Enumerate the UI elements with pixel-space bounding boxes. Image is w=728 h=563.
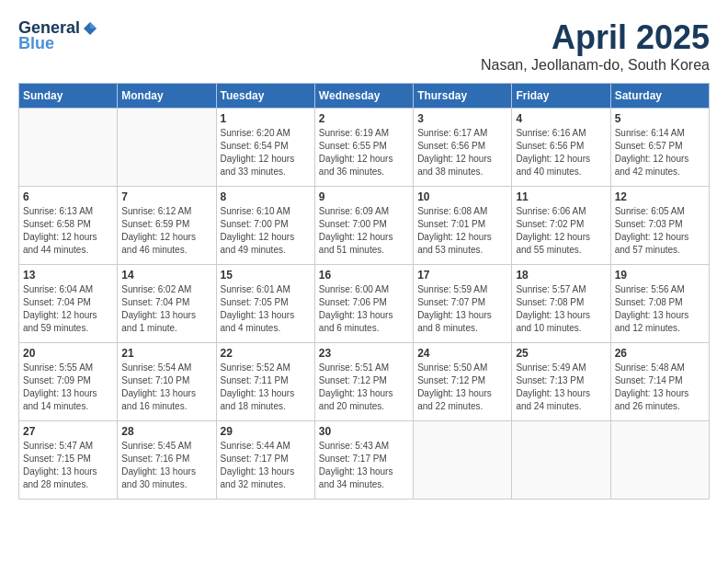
day-number: 22 xyxy=(221,347,311,360)
day-info: Sunrise: 6:06 AM Sunset: 7:02 PM Dayligh… xyxy=(516,205,606,257)
day-number: 14 xyxy=(121,269,211,282)
day-number: 6 xyxy=(23,190,113,203)
day-number: 24 xyxy=(417,347,507,360)
calendar-cell: 4Sunrise: 6:16 AM Sunset: 6:56 PM Daylig… xyxy=(512,109,610,187)
day-number: 7 xyxy=(121,190,211,203)
day-info: Sunrise: 6:10 AM Sunset: 7:00 PM Dayligh… xyxy=(221,205,311,257)
calendar-cell: 8Sunrise: 6:10 AM Sunset: 7:00 PM Daylig… xyxy=(216,187,314,265)
calendar-table: SundayMondayTuesdayWednesdayThursdayFrid… xyxy=(18,83,710,500)
calendar-cell: 9Sunrise: 6:09 AM Sunset: 7:00 PM Daylig… xyxy=(314,187,413,265)
day-info: Sunrise: 6:16 AM Sunset: 6:56 PM Dayligh… xyxy=(516,127,606,178)
title-section: April 2025 Nasan, Jeollanam-do, South Ko… xyxy=(481,18,710,74)
calendar-cell: 12Sunrise: 6:05 AM Sunset: 7:03 PM Dayli… xyxy=(610,187,709,265)
calendar-cell xyxy=(19,109,118,187)
calendar-cell: 28Sunrise: 5:45 AM Sunset: 7:16 PM Dayli… xyxy=(118,421,216,500)
calendar-cell xyxy=(512,421,610,500)
logo: General Blue xyxy=(18,18,98,53)
day-number: 30 xyxy=(319,425,409,438)
day-number: 10 xyxy=(417,190,507,203)
day-number: 4 xyxy=(516,112,606,125)
day-number: 23 xyxy=(319,347,409,360)
day-info: Sunrise: 6:01 AM Sunset: 7:05 PM Dayligh… xyxy=(221,283,311,335)
day-number: 3 xyxy=(417,112,507,125)
day-number: 5 xyxy=(615,112,705,125)
week-row-1: 1Sunrise: 6:20 AM Sunset: 6:54 PM Daylig… xyxy=(19,109,710,187)
weekday-header-row: SundayMondayTuesdayWednesdayThursdayFrid… xyxy=(19,84,710,109)
day-info: Sunrise: 5:45 AM Sunset: 7:16 PM Dayligh… xyxy=(121,440,211,491)
calendar-cell: 2Sunrise: 6:19 AM Sunset: 6:55 PM Daylig… xyxy=(314,109,413,187)
calendar-cell: 7Sunrise: 6:12 AM Sunset: 6:59 PM Daylig… xyxy=(118,187,216,265)
week-row-5: 27Sunrise: 5:47 AM Sunset: 7:15 PM Dayli… xyxy=(19,421,710,500)
calendar-cell: 24Sunrise: 5:50 AM Sunset: 7:12 PM Dayli… xyxy=(414,343,512,421)
day-info: Sunrise: 6:20 AM Sunset: 6:54 PM Dayligh… xyxy=(221,127,311,178)
day-info: Sunrise: 6:02 AM Sunset: 7:04 PM Dayligh… xyxy=(121,283,211,335)
day-info: Sunrise: 6:19 AM Sunset: 6:55 PM Dayligh… xyxy=(319,127,409,178)
day-number: 19 xyxy=(615,269,705,282)
weekday-header-monday: Monday xyxy=(118,84,216,109)
svg-marker-1 xyxy=(90,22,97,29)
day-info: Sunrise: 6:08 AM Sunset: 7:01 PM Dayligh… xyxy=(417,205,507,257)
day-number: 15 xyxy=(221,269,311,282)
calendar-cell xyxy=(414,421,512,500)
day-number: 21 xyxy=(121,347,211,360)
calendar-cell: 25Sunrise: 5:49 AM Sunset: 7:13 PM Dayli… xyxy=(512,343,610,421)
day-number: 2 xyxy=(319,112,409,125)
calendar-cell: 14Sunrise: 6:02 AM Sunset: 7:04 PM Dayli… xyxy=(118,265,216,343)
calendar-cell: 20Sunrise: 5:55 AM Sunset: 7:09 PM Dayli… xyxy=(19,343,118,421)
calendar-cell: 29Sunrise: 5:44 AM Sunset: 7:17 PM Dayli… xyxy=(216,421,314,500)
day-info: Sunrise: 6:09 AM Sunset: 7:00 PM Dayligh… xyxy=(319,205,409,257)
week-row-3: 13Sunrise: 6:04 AM Sunset: 7:04 PM Dayli… xyxy=(19,265,710,343)
day-number: 17 xyxy=(417,269,507,282)
day-number: 13 xyxy=(23,269,113,282)
day-info: Sunrise: 6:14 AM Sunset: 6:57 PM Dayligh… xyxy=(615,127,705,178)
day-number: 8 xyxy=(221,190,311,203)
day-info: Sunrise: 5:56 AM Sunset: 7:08 PM Dayligh… xyxy=(615,283,705,335)
day-number: 18 xyxy=(516,269,606,282)
day-number: 20 xyxy=(23,347,113,360)
calendar-cell: 13Sunrise: 6:04 AM Sunset: 7:04 PM Dayli… xyxy=(19,265,118,343)
day-info: Sunrise: 5:59 AM Sunset: 7:07 PM Dayligh… xyxy=(417,283,507,335)
weekday-header-sunday: Sunday xyxy=(19,84,118,109)
day-info: Sunrise: 5:49 AM Sunset: 7:13 PM Dayligh… xyxy=(516,362,606,413)
day-number: 1 xyxy=(221,112,311,125)
calendar-cell: 27Sunrise: 5:47 AM Sunset: 7:15 PM Dayli… xyxy=(19,421,118,500)
calendar-cell: 19Sunrise: 5:56 AM Sunset: 7:08 PM Dayli… xyxy=(610,265,709,343)
calendar-cell: 18Sunrise: 5:57 AM Sunset: 7:08 PM Dayli… xyxy=(512,265,610,343)
day-info: Sunrise: 6:12 AM Sunset: 6:59 PM Dayligh… xyxy=(121,205,211,257)
week-row-4: 20Sunrise: 5:55 AM Sunset: 7:09 PM Dayli… xyxy=(19,343,710,421)
day-info: Sunrise: 5:50 AM Sunset: 7:12 PM Dayligh… xyxy=(417,362,507,413)
day-info: Sunrise: 6:00 AM Sunset: 7:06 PM Dayligh… xyxy=(319,283,409,335)
day-info: Sunrise: 5:43 AM Sunset: 7:17 PM Dayligh… xyxy=(319,440,409,491)
day-info: Sunrise: 5:48 AM Sunset: 7:14 PM Dayligh… xyxy=(615,362,705,413)
calendar-cell: 30Sunrise: 5:43 AM Sunset: 7:17 PM Dayli… xyxy=(314,421,413,500)
calendar-cell: 16Sunrise: 6:00 AM Sunset: 7:06 PM Dayli… xyxy=(314,265,413,343)
location-title: Nasan, Jeollanam-do, South Korea xyxy=(481,57,710,74)
day-number: 29 xyxy=(221,425,311,438)
calendar-cell: 5Sunrise: 6:14 AM Sunset: 6:57 PM Daylig… xyxy=(610,109,709,187)
day-number: 27 xyxy=(23,425,113,438)
calendar-cell: 23Sunrise: 5:51 AM Sunset: 7:12 PM Dayli… xyxy=(314,343,413,421)
weekday-header-thursday: Thursday xyxy=(414,84,512,109)
day-number: 16 xyxy=(319,269,409,282)
page-header: General Blue April 2025 Nasan, Jeollanam… xyxy=(18,18,710,74)
day-info: Sunrise: 5:51 AM Sunset: 7:12 PM Dayligh… xyxy=(319,362,409,413)
day-info: Sunrise: 6:17 AM Sunset: 6:56 PM Dayligh… xyxy=(417,127,507,178)
calendar-cell: 6Sunrise: 6:13 AM Sunset: 6:58 PM Daylig… xyxy=(19,187,118,265)
calendar-cell: 3Sunrise: 6:17 AM Sunset: 6:56 PM Daylig… xyxy=(414,109,512,187)
month-title: April 2025 xyxy=(481,18,710,57)
weekday-header-saturday: Saturday xyxy=(610,84,709,109)
calendar-cell xyxy=(118,109,216,187)
day-number: 26 xyxy=(615,347,705,360)
day-info: Sunrise: 6:13 AM Sunset: 6:58 PM Dayligh… xyxy=(23,205,113,257)
day-number: 11 xyxy=(516,190,606,203)
day-info: Sunrise: 5:52 AM Sunset: 7:11 PM Dayligh… xyxy=(221,362,311,413)
weekday-header-tuesday: Tuesday xyxy=(216,84,314,109)
day-number: 25 xyxy=(516,347,606,360)
calendar-cell: 22Sunrise: 5:52 AM Sunset: 7:11 PM Dayli… xyxy=(216,343,314,421)
day-info: Sunrise: 6:05 AM Sunset: 7:03 PM Dayligh… xyxy=(615,205,705,257)
day-info: Sunrise: 5:54 AM Sunset: 7:10 PM Dayligh… xyxy=(121,362,211,413)
weekday-header-wednesday: Wednesday xyxy=(314,84,413,109)
day-number: 28 xyxy=(121,425,211,438)
day-number: 12 xyxy=(615,190,705,203)
logo-blue-text: Blue xyxy=(18,34,54,53)
